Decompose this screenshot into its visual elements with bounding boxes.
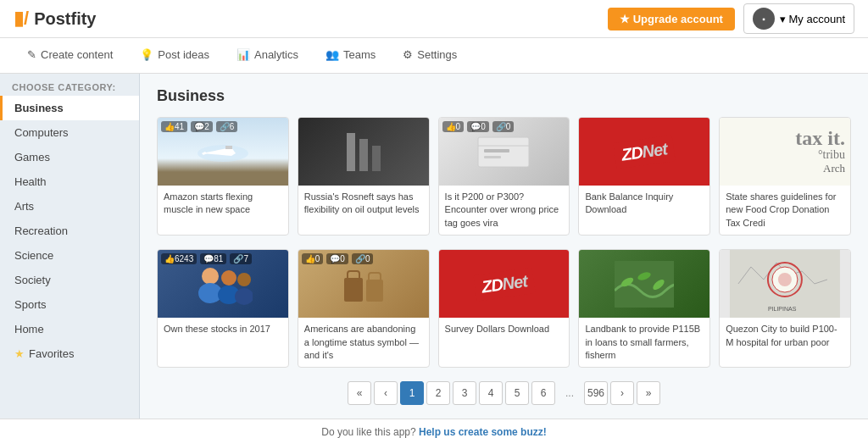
footer-buzz-link[interactable]: Help us create some buzz! <box>419 426 547 438</box>
card-grid-row2: 👍6243 💬81 🔗7 Own these stocks in 2017 <box>157 249 851 368</box>
svg-rect-6 <box>372 146 381 171</box>
card-rosneft[interactable]: Russia's Rosneft says has flexibility on… <box>298 117 430 236</box>
section-title: Business <box>157 87 851 105</box>
card-tax[interactable]: tax it. °tribu Arch State shares guideli… <box>719 117 851 236</box>
sidebar-item-society[interactable]: Society <box>0 268 139 292</box>
plane-svg <box>193 135 253 169</box>
header: ▮/ Postfity ★ Upgrade account ▪ ▾ My acc… <box>0 0 868 38</box>
sidebar-item-home[interactable]: Home <box>0 317 139 341</box>
page-next-button[interactable]: › <box>610 381 634 405</box>
teams-icon: 👥 <box>326 48 339 61</box>
sidebar: Choose category: Business Computers Game… <box>0 74 140 419</box>
card-zdnet1-title: Bank Balance Inquiry Download <box>579 186 709 222</box>
page-button-1[interactable]: 1 <box>400 381 424 405</box>
sidebar-item-arts[interactable]: Arts <box>0 194 139 219</box>
rosneft-svg <box>338 129 389 175</box>
sidebar-item-sports[interactable]: Sports <box>0 292 139 317</box>
upgrade-button[interactable]: ★ Upgrade account <box>608 8 735 30</box>
sidebar-item-computers[interactable]: Computers <box>0 120 139 145</box>
sidebar-item-health[interactable]: Health <box>0 169 139 194</box>
stat-likes: 👍0 <box>442 121 465 132</box>
page-last-button[interactable]: » <box>637 381 660 405</box>
nav-item-settings[interactable]: ⚙ Settings <box>389 38 470 74</box>
svg-point-11 <box>202 268 219 285</box>
favorites-label: Favorites <box>29 347 74 360</box>
card-price-stats: 👍0 💬0 🔗0 <box>442 121 515 132</box>
rice-svg <box>615 261 674 308</box>
card-tax-image: tax it. °tribu Arch <box>720 118 850 186</box>
card-quezon-title: Quezon City to build P100-M hospital for… <box>720 318 850 354</box>
svg-rect-5 <box>359 139 368 171</box>
sidebar-item-science[interactable]: Science <box>0 243 139 268</box>
page-button-3[interactable]: 3 <box>453 381 476 405</box>
page-button-4[interactable]: 4 <box>479 381 503 405</box>
stat-comments: 💬81 <box>200 253 226 264</box>
card-zdnet2[interactable]: ZDNet Survey Dollars Download <box>438 249 570 368</box>
card-status-symbol[interactable]: 👍0 💬0 🔗0 Americans are abandoning a long… <box>298 249 430 368</box>
page-button-6[interactable]: 6 <box>531 381 555 405</box>
card-zdnet1[interactable]: ZDNet Bank Balance Inquiry Download <box>578 117 710 236</box>
nav-item-analytics[interactable]: 📊 Analytics <box>223 38 312 74</box>
svg-rect-9 <box>484 149 509 152</box>
stat-shares: 🔗6 <box>216 121 238 132</box>
svg-point-13 <box>221 270 236 286</box>
card-zdnet1-image: ZDNet <box>579 118 709 186</box>
navbar: ✎ Create content 💡 Post ideas 📊 Analytic… <box>0 38 868 74</box>
stat-likes: 👍41 <box>161 121 187 132</box>
footer-text: Do you like this app? <box>321 426 415 438</box>
sidebar-item-recreation[interactable]: Recreation <box>0 219 139 243</box>
post-ideas-icon: 💡 <box>140 48 153 61</box>
card-stocks-image: 👍6243 💬81 🔗7 <box>158 250 288 318</box>
stat-shares: 🔗7 <box>230 253 252 264</box>
card-status-stats: 👍0 💬0 🔗0 <box>302 253 374 264</box>
svg-point-28 <box>778 273 792 286</box>
nav-label-create-content: Create content <box>41 48 113 61</box>
nav-item-teams[interactable]: 👥 Teams <box>312 38 389 74</box>
card-amazon-title: Amazon starts flexing muscle in new spac… <box>158 186 288 222</box>
stat-comments: 💬0 <box>467 121 489 132</box>
page-first-button[interactable]: « <box>348 381 371 405</box>
card-amazon-stats: 👍41 💬2 🔗6 <box>161 121 237 132</box>
bags-svg <box>334 261 393 308</box>
svg-rect-4 <box>347 133 355 171</box>
page-button-5[interactable]: 5 <box>505 381 529 405</box>
page-button-2[interactable]: 2 <box>426 381 450 405</box>
sidebar-item-favorites[interactable]: ★ Favorites <box>0 341 139 366</box>
stat-shares: 🔗0 <box>352 253 374 264</box>
card-zdnet2-title: Survey Dollars Download <box>439 318 570 341</box>
card-status-image: 👍0 💬0 🔗0 <box>298 250 429 318</box>
analytics-icon: 📊 <box>236 48 250 61</box>
card-quezon-image: PILIPINAS <box>720 250 850 318</box>
header-right: ★ Upgrade account ▪ ▾ My account <box>608 3 854 34</box>
nav-item-create-content[interactable]: ✎ Create content <box>14 38 126 74</box>
page-prev-button[interactable]: ‹ <box>374 381 398 405</box>
nav-item-post-ideas[interactable]: 💡 Post ideas <box>126 38 223 74</box>
sidebar-item-games[interactable]: Games <box>0 145 139 169</box>
card-price[interactable]: 👍0 💬0 🔗0 Is it P200 or P300? Encounter o… <box>438 117 570 236</box>
sidebar-item-business[interactable]: Business <box>0 96 139 120</box>
nav-label-post-ideas: Post ideas <box>158 48 209 61</box>
page-button-last[interactable]: 596 <box>584 381 608 405</box>
nav-label-settings: Settings <box>417 48 457 61</box>
card-rosneft-title: Russia's Rosneft says has flexibility on… <box>298 186 429 222</box>
stat-likes: 👍0 <box>302 253 324 264</box>
people-svg <box>193 261 253 308</box>
card-stocks[interactable]: 👍6243 💬81 🔗7 Own these stocks in 2017 <box>157 249 289 368</box>
card-price-title: Is it P200 or P300? Encounter over wrong… <box>439 186 570 235</box>
card-zdnet2-image: ZDNet <box>439 250 570 318</box>
card-grid-row1: 👍41 💬2 🔗6 Amazon starts flexing muscle i… <box>157 117 851 236</box>
my-account-label: ▾ My account <box>780 13 845 25</box>
price-tag-svg <box>474 130 533 173</box>
svg-rect-2 <box>225 146 232 149</box>
card-amazon[interactable]: 👍41 💬2 🔗6 Amazon starts flexing muscle i… <box>157 117 289 236</box>
logo-icon: ▮/ <box>14 8 29 30</box>
my-account-button[interactable]: ▪ ▾ My account <box>743 3 854 34</box>
card-landbank-title: Landbank to provide P115B in loans to sm… <box>579 318 709 367</box>
avatar: ▪ <box>753 8 775 30</box>
card-quezon[interactable]: PILIPINAS Quezon City to build P100-M ho… <box>719 249 851 368</box>
page-dots: ... <box>558 387 581 399</box>
card-landbank[interactable]: Landbank to provide P115B in loans to sm… <box>578 249 710 368</box>
create-content-icon: ✎ <box>27 48 36 61</box>
star-icon: ★ <box>14 347 25 360</box>
pagination: « ‹ 1 2 3 4 5 6 ... 596 › » <box>157 381 851 405</box>
